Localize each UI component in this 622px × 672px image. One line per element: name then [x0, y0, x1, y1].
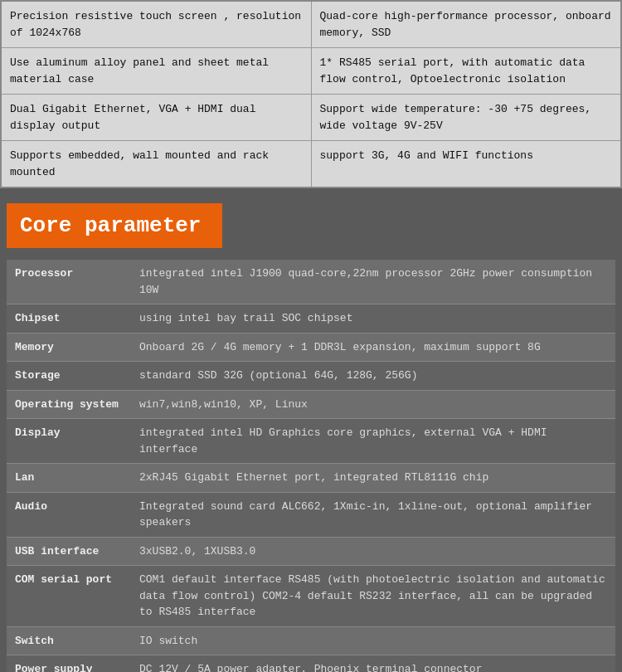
core-param-value: IO switch	[131, 626, 615, 655]
core-param-label: COM serial port	[7, 566, 131, 627]
core-param-value: COM1 default interface RS485 (with photo…	[131, 566, 615, 627]
core-param-row: SwitchIO switch	[7, 626, 615, 655]
core-param-row: Processorintegrated intel J1900 quad-cor…	[7, 260, 615, 304]
core-param-row: AudioIntegrated sound card ALC662, 1Xmic…	[7, 492, 615, 537]
specs-cell: support 3G, 4G and WIFI functions	[311, 141, 621, 188]
core-param-label: Operating system	[7, 390, 131, 419]
core-param-row: Power supplyDC 12V / 5A power adapter, P…	[7, 655, 615, 673]
core-param-row: MemoryOnboard 2G / 4G memory + 1 DDR3L e…	[7, 333, 615, 362]
core-param-value: using intel bay trail SOC chipset	[131, 304, 615, 334]
core-param-label: Lan	[7, 464, 131, 493]
core-param-label: Storage	[7, 362, 131, 391]
specs-cell: Quad-core high-performance processor, on…	[311, 1, 621, 48]
core-param-label: Memory	[7, 333, 131, 362]
specs-cell: 1* RS485 serial port, with automatic dat…	[311, 48, 621, 95]
core-param-value: standard SSD 32G (optional 64G, 128G, 25…	[131, 362, 615, 391]
specs-cell: Support wide temperature: -30 +75 degree…	[311, 95, 621, 141]
core-param-row: Lan2xRJ45 Gigabit Ethernet port, integra…	[7, 464, 615, 493]
core-param-row: USB interface3xUSB2.0, 1XUSB3.0	[7, 537, 615, 566]
core-param-label: Switch	[7, 626, 131, 655]
core-param-row: Storagestandard SSD 32G (optional 64G, 1…	[7, 362, 615, 391]
core-param-label: Display	[7, 419, 131, 464]
specs-cell: Dual Gigabit Ethernet, VGA + HDMI dual d…	[1, 95, 311, 141]
core-param-row: Chipsetusing intel bay trail SOC chipset	[7, 304, 615, 334]
specs-cell: Supports embedded, wall mounted and rack…	[1, 141, 311, 188]
specs-cell: Use aluminum alloy panel and sheet metal…	[1, 48, 311, 95]
core-param-value: win7,win8,win10, XP, Linux	[131, 390, 615, 419]
specs-cell: Precision resistive touch screen , resol…	[1, 1, 311, 48]
core-param-value: Onboard 2G / 4G memory + 1 DDR3L expansi…	[131, 333, 615, 362]
core-param-heading: Core parameter	[7, 203, 222, 248]
core-param-value: integrated intel J1900 quad-core,22nm pr…	[131, 260, 615, 304]
core-param-value: integrated intel HD Graphics core graphi…	[131, 419, 615, 464]
core-param-value: DC 12V / 5A power adapter, Phoenix termi…	[131, 655, 615, 673]
core-param-table: Processorintegrated intel J1900 quad-cor…	[7, 260, 615, 672]
core-param-label: Power supply	[7, 655, 131, 673]
specs-table: Precision resistive touch screen , resol…	[0, 0, 622, 188]
core-param-row: Displayintegrated intel HD Graphics core…	[7, 419, 615, 464]
core-param-label: Chipset	[7, 304, 131, 334]
core-param-label: USB interface	[7, 537, 131, 566]
core-param-value: 2xRJ45 Gigabit Ethernet port, integrated…	[131, 464, 615, 493]
core-param-label: Processor	[7, 260, 131, 304]
core-param-row: COM serial portCOM1 default interface RS…	[7, 566, 615, 627]
core-param-value: Integrated sound card ALC662, 1Xmic-in, …	[131, 492, 615, 537]
core-param-row: Operating systemwin7,win8,win10, XP, Lin…	[7, 390, 615, 419]
core-param-label: Audio	[7, 492, 131, 537]
core-param-value: 3xUSB2.0, 1XUSB3.0	[131, 537, 615, 566]
